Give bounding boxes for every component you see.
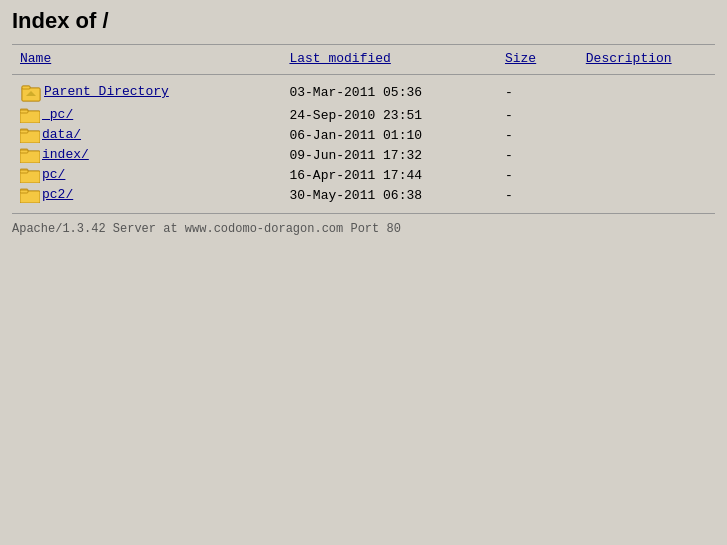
file-name-cell: pc/: [12, 165, 281, 185]
folder-link[interactable]: pc/: [42, 167, 65, 182]
folder-link[interactable]: index/: [42, 147, 89, 162]
folder-link[interactable]: pc2/: [42, 187, 73, 202]
file-desc-cell: [578, 145, 715, 165]
file-date-cell: 30-May-2011 06:38: [281, 185, 497, 205]
table-row: pc/16-Apr-2011 17:44-: [12, 165, 715, 185]
file-date-cell: 09-Jun-2011 17:32: [281, 145, 497, 165]
file-name-cell: index/: [12, 145, 281, 165]
col-size-sort-link[interactable]: Size: [505, 51, 536, 66]
file-desc-cell: [578, 79, 715, 105]
col-date-sort-link[interactable]: Last modified: [289, 51, 390, 66]
folder-icon: [20, 187, 40, 203]
file-desc-cell: [578, 105, 715, 125]
folder-icon: [20, 147, 40, 163]
folder-link[interactable]: _pc/: [42, 107, 73, 122]
file-name-cell: data/: [12, 125, 281, 145]
folder-icon: [20, 127, 40, 143]
svg-rect-20: [20, 170, 28, 173]
table-row: Parent Directory03-Mar-2011 05:36-: [12, 79, 715, 105]
svg-rect-3: [22, 86, 30, 89]
col-name-sort-link[interactable]: Name: [20, 51, 51, 66]
svg-rect-12: [20, 130, 28, 133]
svg-rect-16: [20, 150, 28, 153]
col-size-header: Size: [497, 49, 578, 70]
file-name-cell: pc2/: [12, 185, 281, 205]
file-size-cell: -: [497, 79, 578, 105]
folder-link[interactable]: data/: [42, 127, 81, 142]
parent-dir-icon: [20, 81, 42, 103]
header-divider: [12, 74, 715, 75]
folder-icon: [20, 107, 40, 123]
file-size-cell: -: [497, 125, 578, 145]
file-date-cell: 03-Mar-2011 05:36: [281, 79, 497, 105]
svg-rect-24: [20, 190, 28, 193]
col-name-header: Name: [12, 49, 281, 70]
file-size-cell: -: [497, 185, 578, 205]
file-date-cell: 16-Apr-2011 17:44: [281, 165, 497, 185]
file-date-cell: 24-Sep-2010 23:51: [281, 105, 497, 125]
file-name-cell: Parent Directory: [12, 79, 281, 105]
bottom-divider: [12, 213, 715, 214]
file-size-cell: -: [497, 165, 578, 185]
file-desc-cell: [578, 125, 715, 145]
file-size-cell: -: [497, 145, 578, 165]
folder-icon: [20, 167, 40, 183]
svg-rect-8: [20, 110, 28, 113]
col-desc-sort-link[interactable]: Description: [586, 51, 672, 66]
table-row: data/06-Jan-2011 01:10-: [12, 125, 715, 145]
page-title: Index of /: [12, 8, 715, 34]
col-date-header: Last modified: [281, 49, 497, 70]
col-desc-header: Description: [578, 49, 715, 70]
file-name-cell: _pc/: [12, 105, 281, 125]
parent-dir-link[interactable]: Parent Directory: [44, 84, 169, 99]
table-row: _pc/24-Sep-2010 23:51-: [12, 105, 715, 125]
server-footer: Apache/1.3.42 Server at www.codomo-dorag…: [12, 222, 715, 236]
table-row: pc2/30-May-2011 06:38-: [12, 185, 715, 205]
file-size-cell: -: [497, 105, 578, 125]
file-date-cell: 06-Jan-2011 01:10: [281, 125, 497, 145]
top-divider: [12, 44, 715, 45]
file-desc-cell: [578, 185, 715, 205]
table-row: index/09-Jun-2011 17:32-: [12, 145, 715, 165]
file-desc-cell: [578, 165, 715, 185]
file-listing-table: Name Last modified Size Description Pare…: [12, 49, 715, 205]
